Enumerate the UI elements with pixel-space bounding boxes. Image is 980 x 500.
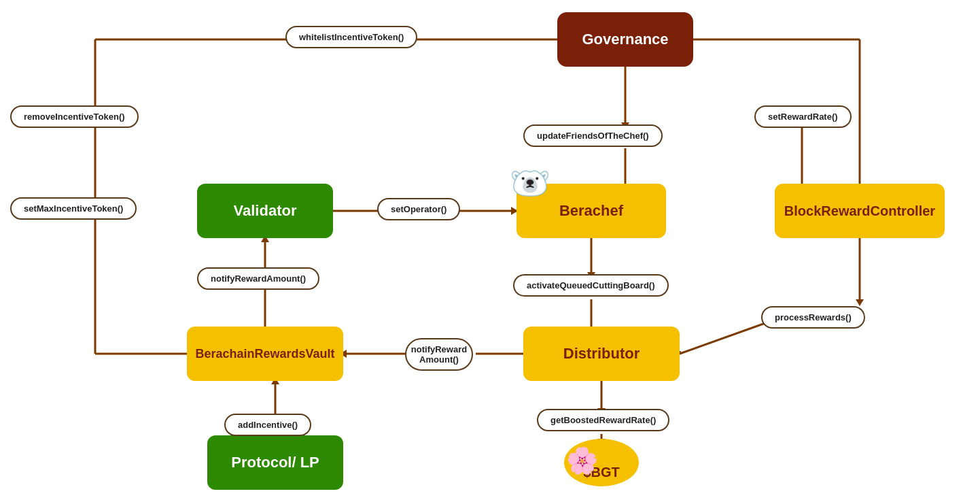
- governance-label: Governance: [582, 31, 668, 48]
- svg-marker-24: [856, 299, 864, 306]
- bgt-flower-icon: 🌸: [566, 446, 598, 476]
- distributor-node: Distributor: [523, 327, 680, 381]
- process-rewards-pill: processRewards(): [761, 306, 865, 329]
- svg-line-25: [680, 320, 775, 354]
- protocol-lp-node: Protocol/ LP: [207, 435, 343, 490]
- bear-chef-icon: 🐻‍❄️: [510, 165, 550, 203]
- remove-incentive-token-pill: removeIncentiveToken(): [10, 105, 139, 128]
- distributor-label: Distributor: [563, 345, 640, 363]
- block-reward-controller-label: BlockRewardController: [784, 203, 935, 219]
- vault-label: BerachainRewardsVault: [195, 347, 334, 361]
- protocol-lp-label: Protocol/ LP: [231, 454, 319, 471]
- berachef-label: Berachef: [559, 202, 623, 220]
- block-reward-controller-node: BlockRewardController: [775, 184, 945, 238]
- validator-label: Validator: [234, 202, 297, 220]
- governance-node: Governance: [557, 12, 693, 67]
- whitelist-incentive-token-pill: whitelistIncentiveToken(): [285, 26, 417, 48]
- get-boosted-pill: getBoostedRewardRate(): [537, 409, 669, 431]
- update-friends-pill: updateFriendsOfTheChef(): [523, 124, 663, 147]
- notify-reward-amount-mid-pill: notifyRewardAmount(): [405, 338, 473, 371]
- notify-reward-amount-up-pill: notifyRewardAmount(): [197, 267, 319, 290]
- set-reward-rate-pill: setRewardRate(): [754, 105, 852, 128]
- validator-node: Validator: [197, 184, 333, 238]
- add-incentive-pill: addIncentive(): [224, 414, 311, 436]
- activate-queued-pill: activateQueuedCuttingBoard(): [513, 274, 669, 297]
- set-max-incentive-token-pill: setMaxIncentiveToken(): [10, 197, 137, 220]
- berachain-rewards-vault-node: BerachainRewardsVault: [187, 327, 343, 381]
- set-operator-pill: setOperator(): [377, 198, 460, 220]
- architecture-diagram: Governance Berachef Validator BlockRewar…: [0, 0, 980, 500]
